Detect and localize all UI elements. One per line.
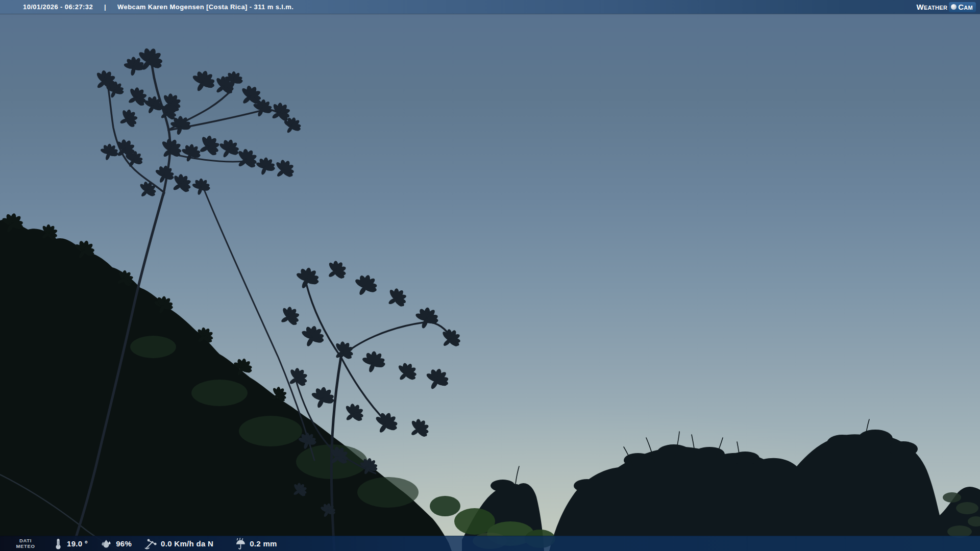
rain-value: 0.2 mm bbox=[250, 539, 277, 548]
temperature-value: 19.0 ° bbox=[67, 539, 88, 548]
globe-icon bbox=[951, 4, 957, 10]
logo-word-cam: Cam bbox=[958, 3, 973, 11]
separator: | bbox=[104, 3, 106, 11]
thermometer-icon bbox=[53, 538, 63, 550]
logo-badge: Cam bbox=[949, 2, 976, 12]
logo-word-weather: Weather bbox=[916, 3, 947, 11]
temperature-metric: 19.0 ° bbox=[53, 538, 88, 550]
rain-icon bbox=[235, 538, 246, 550]
weather-data-bar: DATI METEO 19.0 ° 96% bbox=[0, 536, 980, 551]
webcam-viewer: 10/01/2026 - 06:27:32 | Webcam Karen Mog… bbox=[0, 0, 980, 551]
forest-left bbox=[0, 211, 452, 551]
weathercam-logo[interactable]: Weather Cam bbox=[916, 2, 976, 12]
wind-icon bbox=[144, 538, 157, 550]
humidity-metric: 96% bbox=[100, 538, 132, 550]
top-info-bar: 10/01/2026 - 06:27:32 | Webcam Karen Mog… bbox=[0, 0, 980, 14]
webcam-photo-sky bbox=[0, 0, 980, 551]
humidity-icon bbox=[100, 538, 112, 550]
datetime-label: 10/01/2026 - 06:27:32 bbox=[23, 3, 93, 11]
wind-value: 0.0 Km/h da N bbox=[161, 539, 213, 548]
scene-silhouettes bbox=[0, 0, 980, 551]
wind-metric: 0.0 Km/h da N bbox=[144, 538, 213, 550]
dati-meteo-label: DATI METEO bbox=[10, 538, 41, 549]
rain-metric: 0.2 mm bbox=[235, 538, 277, 550]
webcam-title: Webcam Karen Mogensen [Costa Rica] - 311… bbox=[117, 3, 293, 11]
humidity-value: 96% bbox=[116, 539, 132, 548]
